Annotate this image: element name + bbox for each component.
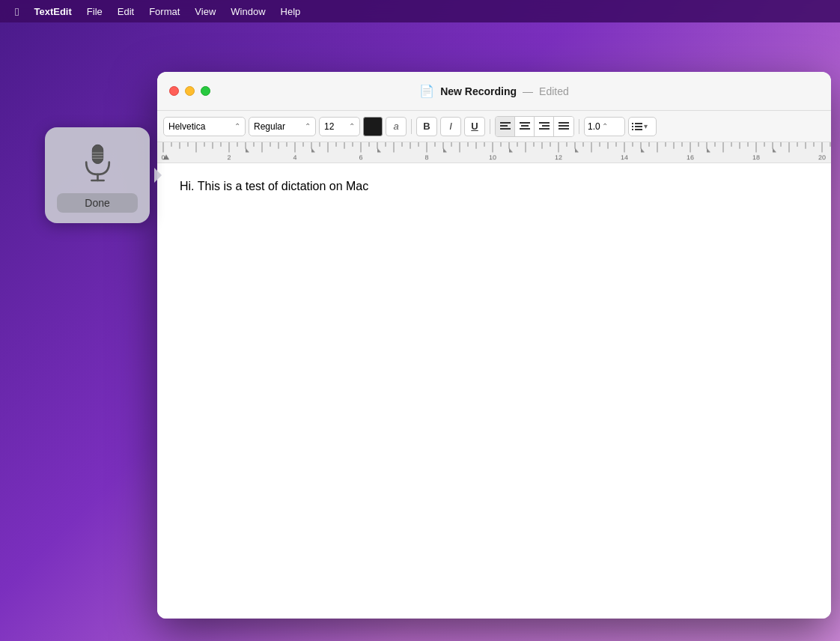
separator-3 <box>579 119 579 134</box>
alignment-group <box>495 116 574 137</box>
font-name: Helvetica <box>168 121 205 132</box>
italic-button[interactable]: I <box>440 117 461 136</box>
document-icon: 📄 <box>419 84 434 98</box>
svg-rect-1 <box>500 125 508 127</box>
align-right-button[interactable] <box>535 117 554 136</box>
menu-textedit[interactable]: TextEdit <box>28 4 77 19</box>
list-icon <box>632 122 642 131</box>
svg-rect-15 <box>632 126 633 127</box>
bold-label: B <box>423 121 430 132</box>
editor-area[interactable]: Hi. This is a test of dictation on Mac <box>157 163 831 619</box>
textedit-window: 📄 New Recording — Edited Helvetica ⌃ Reg… <box>157 72 831 619</box>
mic-svg <box>81 143 115 184</box>
style-selector-arrow: ⌃ <box>305 122 311 130</box>
dictation-widget: Done <box>45 127 150 223</box>
size-selector-arrow: ⌃ <box>349 122 355 130</box>
text-color-swatch[interactable] <box>363 117 383 136</box>
done-button[interactable]: Done <box>57 193 138 213</box>
close-button[interactable] <box>169 86 179 96</box>
svg-rect-14 <box>635 123 642 124</box>
bold-button[interactable]: B <box>416 117 437 136</box>
list-arrow: ▾ <box>644 122 648 130</box>
underline-label: U <box>471 121 478 132</box>
svg-rect-17 <box>632 129 633 130</box>
title-bar: 📄 New Recording — Edited <box>157 72 831 111</box>
edited-status: Edited <box>539 85 569 97</box>
menu-edit[interactable]: Edit <box>112 4 140 19</box>
menu-help[interactable]: Help <box>275 4 307 19</box>
svg-rect-10 <box>559 122 569 124</box>
apple-menu[interactable]:  <box>9 4 25 19</box>
menu-bar:  TextEdit File Edit Format View Window … <box>0 0 840 22</box>
size-selector[interactable]: 12 ⌃ <box>319 117 360 136</box>
microphone-icon <box>75 141 120 186</box>
svg-rect-19 <box>92 145 103 163</box>
align-left-button[interactable] <box>496 117 515 136</box>
align-justify-button[interactable] <box>554 117 573 136</box>
svg-rect-7 <box>539 122 550 124</box>
font-size: 12 <box>324 121 334 132</box>
svg-rect-8 <box>542 125 550 127</box>
style-name: Regular <box>254 121 285 132</box>
font-selector-arrow: ⌃ <box>234 122 240 130</box>
align-center-button[interactable] <box>515 117 535 136</box>
window-title: New Recording <box>440 85 517 97</box>
line-height-arrow: ⌃ <box>602 122 608 130</box>
line-height-selector[interactable]: 1.0 ⌃ <box>584 117 625 136</box>
svg-rect-11 <box>559 125 569 127</box>
menu-window[interactable]: Window <box>225 4 271 19</box>
separator-1 <box>411 119 412 134</box>
svg-rect-2 <box>500 128 511 130</box>
editor-content[interactable]: Hi. This is a test of dictation on Mac <box>180 178 809 195</box>
svg-rect-13 <box>632 123 633 124</box>
traffic-lights <box>169 86 210 96</box>
minimize-button[interactable] <box>185 86 195 96</box>
title-bar-content: 📄 New Recording — Edited <box>419 84 569 98</box>
ruler-canvas <box>157 142 831 162</box>
menu-file[interactable]: File <box>81 4 109 19</box>
style-selector[interactable]: Regular ⌃ <box>249 117 316 136</box>
svg-rect-5 <box>521 125 529 127</box>
ruler <box>157 142 831 163</box>
separator-2 <box>490 119 490 134</box>
menu-view[interactable]: View <box>189 4 222 19</box>
svg-rect-16 <box>635 126 642 127</box>
font-color-label: a <box>393 121 398 132</box>
svg-rect-4 <box>520 122 530 124</box>
svg-rect-0 <box>500 122 511 124</box>
svg-rect-6 <box>520 128 530 130</box>
list-button[interactable]: ▾ <box>628 117 657 136</box>
font-color-button[interactable]: a <box>386 117 407 136</box>
italic-label: I <box>449 121 452 132</box>
toolbar: Helvetica ⌃ Regular ⌃ 12 ⌃ a B I U <box>157 111 831 142</box>
title-separator: — <box>523 85 533 97</box>
svg-rect-18 <box>635 129 642 130</box>
svg-rect-9 <box>539 128 550 130</box>
svg-rect-12 <box>559 128 569 130</box>
line-height-value: 1.0 <box>588 121 600 132</box>
font-selector[interactable]: Helvetica ⌃ <box>163 117 246 136</box>
menu-format[interactable]: Format <box>143 4 186 19</box>
maximize-button[interactable] <box>201 86 210 96</box>
underline-button[interactable]: U <box>464 117 485 136</box>
